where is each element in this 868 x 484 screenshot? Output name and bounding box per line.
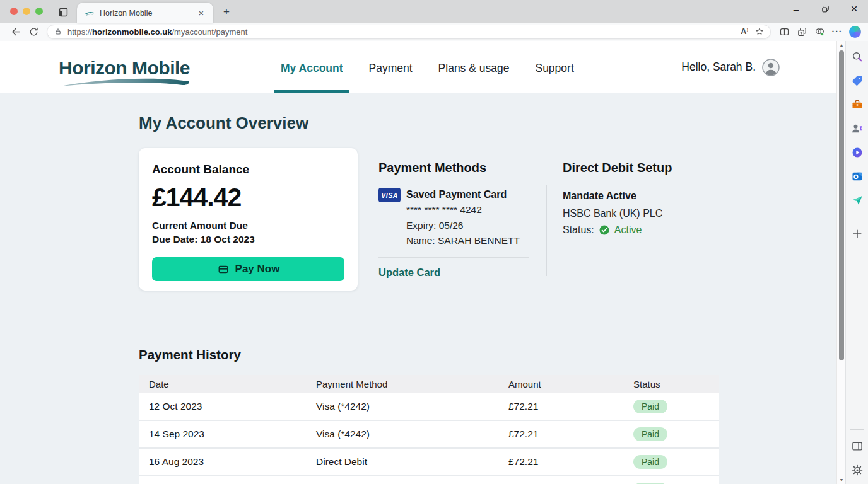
paid-badge: Paid	[633, 455, 667, 469]
table-row: 16 Aug 2023 Direct Debit £72.21 Paid	[139, 449, 719, 476]
status-value: Active	[614, 224, 642, 236]
col-method: Payment Method	[306, 379, 498, 389]
due-date: Due Date: 18 Oct 2023	[152, 233, 344, 246]
avatar-icon[interactable]	[762, 59, 780, 76]
balance-label: Current Amount Due	[152, 219, 344, 233]
balance-amount: £144.42	[152, 183, 344, 212]
edge-sidebar	[845, 41, 868, 484]
cell-amount: £72.21	[498, 456, 623, 468]
visa-badge: VISA	[378, 188, 401, 202]
logo-swoosh	[59, 78, 192, 88]
card-expiry: Expiry: 05/26	[406, 218, 529, 234]
logo-text: Horizon Mobile	[59, 57, 190, 78]
cell-amount: £72.21	[498, 401, 623, 412]
page-title: My Account Overview	[139, 113, 308, 133]
sidebar-search-icon[interactable]	[848, 48, 866, 66]
new-tab-button[interactable]: +	[220, 5, 233, 19]
cell-method: Direct Debit	[306, 456, 498, 468]
back-icon[interactable]	[9, 25, 23, 38]
payment-history-title: Payment History	[139, 347, 241, 362]
address-bar[interactable]: https://horizonmobile.co.uk/myaccount/pa…	[47, 25, 771, 39]
cell-status: Paid	[623, 400, 719, 413]
site-favicon-swoosh-icon	[85, 8, 95, 18]
mandate-status: Mandate Active	[563, 187, 727, 205]
nav-payment[interactable]: Payment	[369, 41, 413, 93]
collections-icon[interactable]	[795, 25, 809, 38]
mac-zoom-button[interactable]	[35, 8, 43, 15]
cell-date: 12 Oct 2023	[139, 401, 306, 412]
section-vertical-divider	[546, 185, 547, 276]
scroll-down-arrow[interactable]: ▼	[837, 478, 846, 482]
nav-my-account[interactable]: My Account	[281, 41, 343, 93]
split-screen-icon[interactable]	[777, 25, 791, 38]
copilot-icon[interactable]	[848, 25, 862, 38]
payment-history-table: Date Payment Method Amount Status 12 Oct…	[139, 375, 719, 484]
cell-date: 16 Aug 2023	[139, 456, 306, 468]
browser-tab[interactable]: Horizon Mobile ×	[77, 3, 213, 23]
user-greeting: Hello, Sarah B.	[681, 41, 780, 93]
sidebar-tools-icon[interactable]	[848, 96, 866, 113]
nav-plans-usage[interactable]: Plans & usage	[438, 41, 510, 93]
cell-status: Paid	[623, 427, 719, 441]
table-row: 17 Jul 2023 Visa (*4242) £72.21 Paid	[139, 476, 719, 484]
url-text: https://horizonmobile.co.uk/myaccount/pa…	[67, 27, 739, 37]
window-restore-button[interactable]	[819, 3, 831, 15]
masked-card-number: **** **** **** 4242	[406, 202, 529, 218]
pay-now-button[interactable]: Pay Now	[152, 257, 344, 281]
scrollbar-thumb[interactable]	[839, 50, 844, 360]
table-header-row: Date Payment Method Amount Status	[139, 375, 719, 393]
sidebar-shopping-icon[interactable]	[848, 72, 866, 89]
credit-card-icon	[217, 264, 230, 275]
payment-methods-divider	[378, 257, 529, 258]
favorites-star-icon[interactable]	[753, 25, 766, 38]
url-domain: horizonmobile.co.uk	[92, 27, 172, 37]
pay-now-label: Pay Now	[235, 263, 280, 275]
web-page: Horizon Mobile My Account Payment Plans …	[0, 41, 836, 484]
refresh-icon[interactable]	[26, 25, 40, 38]
more-menu-icon[interactable]: ···	[830, 25, 844, 38]
sidebar-people-icon[interactable]	[848, 120, 866, 137]
paid-badge: Paid	[633, 400, 667, 413]
balance-card-title: Account Balance	[152, 163, 344, 176]
col-amount: Amount	[498, 379, 623, 389]
table-row: 12 Oct 2023 Visa (*4242) £72.21 Paid	[139, 393, 719, 421]
mac-close-button[interactable]	[10, 8, 18, 15]
site-header: Horizon Mobile My Account Payment Plans …	[0, 41, 836, 93]
site-info-lock-icon[interactable]	[54, 27, 62, 36]
sidebar-drop-icon[interactable]	[848, 192, 866, 209]
cell-amount: £72.21	[498, 429, 623, 440]
sidebar-add-icon[interactable]	[848, 225, 866, 243]
sidebar-outlook-icon[interactable]	[848, 168, 866, 185]
tab-actions-menu-icon[interactable]	[56, 4, 71, 20]
horizon-mobile-logo[interactable]: Horizon Mobile	[59, 57, 192, 88]
paid-badge: Paid	[633, 427, 667, 441]
mac-minimize-button[interactable]	[23, 8, 30, 15]
sidebar-bottom-divider	[850, 429, 864, 430]
status-label: Status:	[563, 224, 594, 236]
payment-methods-section: Payment Methods VISA Saved Payment Card …	[378, 161, 529, 279]
nav-support[interactable]: Support	[535, 41, 573, 93]
payment-methods-title: Payment Methods	[378, 161, 529, 175]
col-date: Date	[139, 379, 306, 389]
read-aloud-icon[interactable]: A)	[739, 26, 750, 36]
greeting-text: Hello, Sarah B.	[681, 60, 756, 74]
sidebar-settings-gear-icon[interactable]	[848, 461, 866, 479]
sidebar-media-icon[interactable]	[848, 144, 866, 161]
update-card-link[interactable]: Update Card	[378, 267, 440, 279]
window-minimize-button[interactable]: –	[790, 3, 802, 15]
browser-essentials-icon[interactable]	[812, 25, 826, 38]
sidebar-panel-icon[interactable]	[848, 437, 866, 455]
macos-traffic-lights	[10, 8, 43, 15]
tab-title: Horizon Mobile	[100, 9, 196, 18]
saved-card-label: Saved Payment Card	[406, 187, 507, 202]
window-close-button[interactable]: ×	[848, 3, 860, 15]
page-scrollbar[interactable]: ▲ ▼	[836, 41, 845, 484]
tab-close-icon[interactable]: ×	[196, 8, 207, 19]
url-scheme: https://	[67, 27, 92, 37]
sidebar-divider	[850, 217, 864, 217]
tab-strip: Horizon Mobile × + – ×	[0, 0, 868, 23]
window-controls: – ×	[790, 3, 860, 15]
bank-name: HSBC Bank (UK) PLC	[563, 205, 727, 222]
direct-debit-title: Direct Debit Setup	[563, 161, 727, 175]
scroll-up-arrow[interactable]: ▲	[837, 43, 846, 47]
